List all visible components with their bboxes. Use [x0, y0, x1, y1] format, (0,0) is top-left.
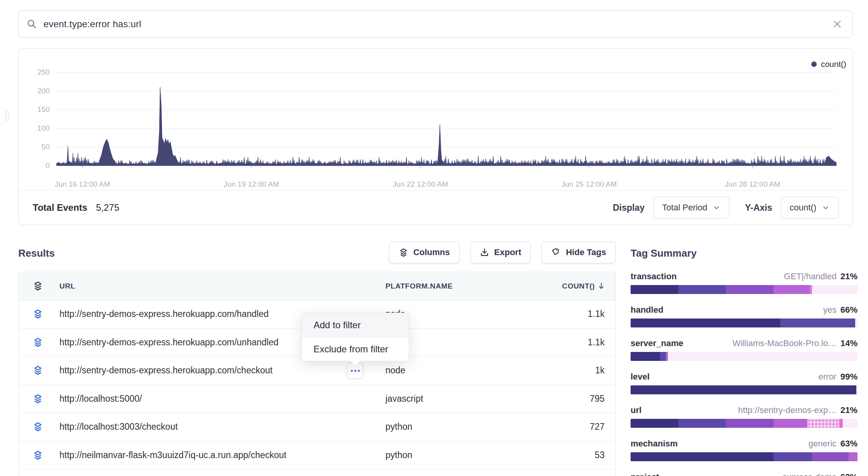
export-button[interactable]: Export: [470, 242, 531, 263]
tag-top-percent: 63%: [840, 439, 858, 449]
platform-cell[interactable]: javascript: [385, 394, 423, 404]
url-cell[interactable]: http://sentry-demos-express.herokuapp.co…: [59, 309, 268, 319]
tag-bar-segment[interactable]: [726, 419, 774, 428]
events-chart-panel: count() 050100150200250 Jun 16 12:00 AMJ…: [18, 48, 853, 225]
tag-bar-segment[interactable]: [631, 352, 660, 361]
stack-icon: [399, 248, 408, 257]
tag-list: transactionGET|/handled21%handledyes66%s…: [631, 271, 858, 476]
platform-cell[interactable]: python: [385, 450, 412, 460]
tag-group-level: levelerror99%: [631, 372, 858, 394]
tag-bar-segment[interactable]: [631, 419, 678, 428]
tag-name: level: [631, 372, 650, 382]
arrow-down-icon: [597, 282, 605, 290]
tag-group-server_name: server_nameWilliams-MacBook-Pro.lo…14%: [631, 338, 858, 361]
column-header-count[interactable]: COUNT(): [562, 282, 605, 290]
table-row[interactable]: http://localhost:5000/javascript795: [19, 385, 615, 413]
tag-distribution-bar[interactable]: [631, 419, 858, 428]
tag-bar-segment[interactable]: [631, 385, 856, 394]
tag-distribution-bar[interactable]: [631, 318, 858, 327]
stack-icon: [33, 394, 43, 404]
display-label: Display: [613, 203, 645, 213]
table-row[interactable]: http://neilmanvar-flask-m3uuizd7iq-uc.a.…: [19, 441, 615, 470]
tag-bar-segment[interactable]: [774, 419, 808, 428]
count-cell[interactable]: 53: [594, 450, 605, 460]
column-header-url[interactable]: URL: [59, 282, 75, 290]
clear-search-icon[interactable]: [832, 19, 842, 29]
tag-head: projectexpress-demo63%: [631, 472, 858, 476]
tag-bar-segment[interactable]: [839, 419, 843, 428]
tag-bar-segment[interactable]: [631, 285, 678, 294]
stack-icon: [33, 450, 43, 460]
url-cell[interactable]: http://sentry-demos-express.herokuapp.co…: [59, 337, 279, 348]
add-to-filter-item[interactable]: Add to filter: [302, 313, 409, 337]
count-cell[interactable]: 1k: [595, 365, 605, 376]
tag-top-value: yes: [823, 305, 837, 315]
hide-tags-button[interactable]: Hide Tags: [541, 242, 616, 263]
tag-group-transaction: transactionGET|/handled21%: [631, 271, 858, 294]
yaxis-select[interactable]: count(): [781, 197, 838, 219]
platform-cell[interactable]: node: [385, 365, 405, 376]
tag-bar-segment[interactable]: [678, 419, 726, 428]
count-cell[interactable]: 727: [590, 422, 605, 432]
yaxis-label: Y-Axis: [745, 203, 772, 213]
tag-bar-segment[interactable]: [849, 452, 858, 461]
x-tick-label: Jun 16 12:00 AM: [55, 180, 110, 189]
tag-head: levelerror99%: [631, 372, 858, 382]
tag-bar-segment[interactable]: [774, 452, 812, 461]
stack-icon: [33, 365, 43, 376]
search-input[interactable]: event.type:error has:url: [44, 19, 832, 30]
sidebar-resize-handle[interactable]: [5, 111, 9, 121]
count-cell[interactable]: 1.1k: [588, 309, 605, 319]
tag-top-percent: 99%: [840, 372, 858, 382]
tag-distribution-bar[interactable]: [631, 352, 858, 361]
tag-top-percent: 14%: [840, 338, 858, 348]
event-volume-chart[interactable]: [56, 59, 837, 169]
tag-top-value: Williams-MacBook-Pro.lo…: [732, 338, 837, 348]
url-cell[interactable]: http://neilmanvar-flask-m3uuizd7iq-uc.a.…: [59, 450, 286, 460]
count-cell[interactable]: 1.1k: [588, 337, 605, 348]
tag-group-handled: handledyes66%: [631, 305, 858, 327]
tag-top-percent: 21%: [840, 405, 858, 415]
count-cell[interactable]: 795: [590, 394, 605, 404]
tag-head: urlhttp://sentry-demos-exp…21%: [631, 405, 858, 415]
tag-bar-segment[interactable]: [678, 285, 726, 294]
tag-head: mechanismgeneric63%: [631, 439, 858, 449]
platform-cell[interactable]: python: [385, 422, 412, 432]
export-button-label: Export: [494, 247, 521, 257]
stack-icon: [33, 337, 43, 348]
tag-distribution-bar[interactable]: [631, 452, 858, 461]
tag-group-mechanism: mechanismgeneric63%: [631, 439, 858, 461]
tag-bar-segment[interactable]: [666, 352, 668, 361]
tag-bar-segment[interactable]: [726, 285, 774, 294]
hide-tags-button-label: Hide Tags: [566, 247, 606, 257]
chevron-down-icon: [822, 204, 830, 212]
tag-bar-segment[interactable]: [631, 452, 774, 461]
tag-bar-segment[interactable]: [812, 452, 848, 461]
results-title: Results: [18, 247, 55, 259]
tag-summary-title: Tag Summary: [631, 247, 858, 259]
search-bar[interactable]: event.type:error has:url: [18, 10, 853, 38]
search-icon: [26, 19, 37, 30]
tag-bar-segment[interactable]: [774, 285, 810, 294]
column-header-platform[interactable]: PLATFORM.NAME: [385, 282, 453, 290]
url-cell[interactable]: http://sentry-demos-express.herokuapp.co…: [59, 365, 272, 376]
tag-distribution-bar[interactable]: [631, 385, 858, 394]
tag-name: transaction: [631, 271, 677, 282]
x-tick-label: Jun 28 12:00 AM: [725, 180, 781, 189]
tag-head: server_nameWilliams-MacBook-Pro.lo…14%: [631, 338, 858, 348]
url-cell[interactable]: http://localhost:5000/: [59, 394, 142, 404]
tag-bar-segment[interactable]: [807, 419, 839, 428]
columns-button[interactable]: Columns: [389, 242, 460, 263]
tag-bar-segment[interactable]: [660, 352, 666, 361]
tag-distribution-bar[interactable]: [631, 285, 858, 294]
tag-bar-segment[interactable]: [780, 318, 855, 327]
tag-head: handledyes66%: [631, 305, 858, 315]
display-select[interactable]: Total Period: [653, 197, 729, 219]
table-row[interactable]: http://localhost:3003/checkoutpython727: [19, 413, 615, 441]
tag-bar-segment[interactable]: [810, 285, 812, 294]
stack-icon: [33, 309, 43, 319]
total-events-value: 5,275: [96, 202, 119, 213]
url-cell[interactable]: http://localhost:3003/checkout: [59, 422, 178, 432]
tag-bar-segment[interactable]: [631, 318, 780, 327]
y-tick-label: 100: [26, 124, 50, 133]
